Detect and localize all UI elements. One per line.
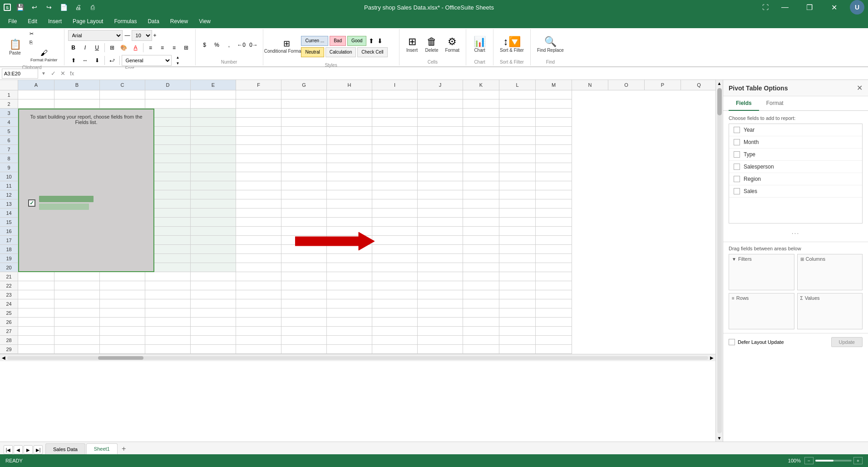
cell-l11[interactable] (499, 181, 536, 190)
cell-j15[interactable] (418, 218, 463, 227)
cell-g26[interactable] (281, 318, 327, 327)
zoom-slider-track[interactable] (815, 460, 852, 462)
cell-i27[interactable] (372, 327, 418, 336)
row-header-16[interactable]: 16 (0, 227, 18, 236)
cell-f5[interactable] (236, 127, 281, 136)
cell-f13[interactable] (236, 199, 281, 209)
pivot-field-region-checkbox[interactable] (734, 176, 740, 182)
row-header-14[interactable]: 14 (0, 209, 18, 218)
cell-l27[interactable] (499, 327, 536, 336)
cell-g14[interactable] (281, 209, 327, 218)
pivot-tab-format[interactable]: Format (759, 96, 791, 111)
formula-check-icon[interactable]: ✓ (51, 70, 56, 77)
cell-c26[interactable] (100, 318, 145, 327)
cell-m28[interactable] (536, 336, 572, 345)
cell-f23[interactable] (236, 290, 281, 299)
cell-j21[interactable] (418, 272, 463, 281)
col-header-b[interactable]: B (54, 80, 100, 90)
row-header-5[interactable]: 5 (0, 127, 18, 136)
cell-j10[interactable] (418, 172, 463, 181)
cell-i13[interactable] (372, 199, 418, 209)
cell-l12[interactable] (499, 190, 536, 199)
cell-m27[interactable] (536, 327, 572, 336)
cell-i10[interactable] (372, 172, 418, 181)
font-size-select[interactable]: 10 (132, 30, 152, 41)
cell-f17[interactable] (236, 236, 281, 245)
cell-l26[interactable] (499, 318, 536, 327)
row-header-28[interactable]: 28 (0, 336, 18, 345)
pivot-panel-close-button[interactable]: ✕ (857, 84, 863, 92)
sheet-nav-prev[interactable]: ◀ (14, 445, 23, 454)
scroll-left-button[interactable]: ◀ (2, 355, 5, 360)
cell-f20[interactable] (236, 263, 281, 272)
cell-c28[interactable] (100, 336, 145, 345)
cell-j27[interactable] (418, 327, 463, 336)
cell-j29[interactable] (418, 345, 463, 354)
cell-f25[interactable] (236, 308, 281, 318)
cell-i23[interactable] (372, 290, 418, 299)
cell-e26[interactable] (191, 318, 236, 327)
cell-e14[interactable] (191, 209, 236, 218)
row-header-9[interactable]: 9 (0, 163, 18, 172)
cell-i22[interactable] (372, 281, 418, 290)
menu-file[interactable]: File (4, 16, 21, 26)
cell-a25[interactable] (18, 308, 54, 318)
row-header-10[interactable]: 10 (0, 172, 18, 181)
pivot-field-salesperson[interactable]: Salesperson (729, 161, 862, 173)
cell-j4[interactable] (418, 118, 463, 127)
share-icon[interactable]: ⎙ (87, 2, 98, 13)
row-header-8[interactable]: 8 (0, 154, 18, 163)
paste-button[interactable]: 📋 Paste (4, 38, 26, 57)
cell-k28[interactable] (463, 336, 499, 345)
cell-m16[interactable] (536, 227, 572, 236)
cell-l28[interactable] (499, 336, 536, 345)
cell-g12[interactable] (281, 190, 327, 199)
cell-l17[interactable] (499, 236, 536, 245)
underline-button[interactable]: U (92, 42, 103, 53)
cell-j6[interactable] (418, 136, 463, 145)
cell-b25[interactable] (54, 308, 100, 318)
row-header-17[interactable]: 17 (0, 236, 18, 245)
sheet-nav-last[interactable]: ▶| (34, 445, 43, 454)
cell-i14[interactable] (372, 209, 418, 218)
pivot-field-sales[interactable]: Sales (729, 185, 862, 198)
currency-button[interactable]: $ (199, 40, 210, 50)
cell-m7[interactable] (536, 145, 572, 154)
cell-j11[interactable] (418, 181, 463, 190)
cell-m23[interactable] (536, 290, 572, 299)
row-header-26[interactable]: 26 (0, 318, 18, 327)
cell-c29[interactable] (100, 345, 145, 354)
col-header-l[interactable]: L (499, 80, 536, 90)
scroll-up-button[interactable]: ▲ (716, 80, 723, 87)
cell-f28[interactable] (236, 336, 281, 345)
cell-b29[interactable] (54, 345, 100, 354)
cell-i11[interactable] (372, 181, 418, 190)
cell-m18[interactable] (536, 245, 572, 254)
cell-h24[interactable] (327, 299, 372, 308)
cell-k17[interactable] (463, 236, 499, 245)
menu-review[interactable]: Review (166, 16, 192, 26)
sheet-tab-sheet1[interactable]: Sheet1 (86, 443, 118, 454)
cell-m26[interactable] (536, 318, 572, 327)
formula-fx-icon[interactable]: fx (70, 70, 74, 77)
cell-h2[interactable] (327, 99, 372, 109)
cell-f24[interactable] (236, 299, 281, 308)
row-header-22[interactable]: 22 (0, 281, 18, 290)
font-name-select[interactable]: Arial (68, 30, 123, 41)
cell-d21[interactable] (145, 272, 191, 281)
cell-h23[interactable] (327, 290, 372, 299)
cell-f4[interactable] (236, 118, 281, 127)
number-format-select[interactable]: General (122, 55, 172, 66)
cell-l16[interactable] (499, 227, 536, 236)
cell-m8[interactable] (536, 154, 572, 163)
cell-h18[interactable] (327, 245, 372, 254)
cell-f18[interactable] (236, 245, 281, 254)
col-header-a[interactable]: A (18, 80, 54, 90)
cell-k4[interactable] (463, 118, 499, 127)
cell-h13[interactable] (327, 199, 372, 209)
italic-button[interactable]: I (80, 42, 91, 53)
cell-f19[interactable] (236, 254, 281, 263)
cell-f15[interactable] (236, 218, 281, 227)
cell-g23[interactable] (281, 290, 327, 299)
cell-f10[interactable] (236, 172, 281, 181)
